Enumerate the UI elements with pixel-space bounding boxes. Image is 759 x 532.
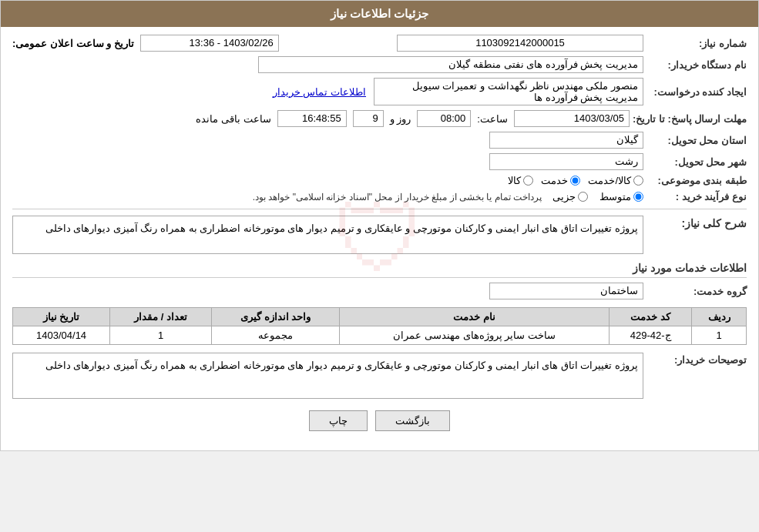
category-kala-khedmat-label: کالا/خدمت — [588, 175, 631, 186]
need-number-label: شماره نیاز: — [646, 38, 747, 49]
created-by-label: ایجاد کننده درخواست: — [646, 86, 747, 98]
service-group-value: ساختمان — [489, 283, 643, 299]
category-kala-khedmat-radio[interactable] — [633, 176, 643, 186]
back-button[interactable]: بازگشت — [375, 410, 450, 431]
day-label: روز و — [390, 113, 411, 125]
process-motavaset-option[interactable]: متوسط — [599, 191, 643, 202]
col-code-header: کد خدمت — [609, 308, 691, 326]
process-note: پرداخت تمام یا بخشی از مبلغ خریدار از مح… — [253, 192, 542, 202]
customer-name-label: نام دستگاه خریدار: — [646, 59, 747, 71]
day-value: 9 — [353, 110, 384, 127]
cell-row: 1 — [692, 326, 747, 345]
category-label: طبقه بندی موضوعی: — [646, 175, 747, 186]
send-date-value: 1403/03/05 — [514, 110, 630, 127]
description-label: شرح کلی نیاز: — [646, 216, 747, 229]
description-value: پروژه تغییرات اتاق های انبار ایمنی و کار… — [12, 216, 643, 254]
button-row: بازگشت چاپ — [12, 410, 747, 431]
col-unit-header: واحد اندازه گیری — [212, 308, 340, 326]
services-section-title: اطلاعات خدمات مورد نیاز — [12, 262, 747, 278]
customer-name-value: مدیریت پخش فرآورده های نفتی منطقه گیلان — [258, 56, 643, 73]
category-kala-option[interactable]: کالا — [508, 175, 533, 186]
province-value: گیلان — [489, 132, 643, 149]
cell-name: ساخت سایر پروژه‌های مهندسی عمران — [340, 326, 610, 345]
province-label: استان محل تحویل: — [646, 135, 747, 146]
city-label: شهر محل تحویل: — [646, 156, 747, 168]
col-row-header: ردیف — [692, 308, 747, 326]
time-label: ساعت: — [477, 113, 508, 125]
send-date-label: مهلت ارسال پاسخ: تا تاریخ: — [633, 113, 747, 125]
category-khedmat-label: خدمت — [541, 175, 568, 186]
table-row: 1ج-42-429ساخت سایر پروژه‌های مهندسی عمرا… — [13, 326, 747, 345]
print-button[interactable]: چاپ — [309, 410, 368, 431]
page-header: جزئیات اطلاعات نیاز — [1, 1, 758, 27]
time-value: 08:00 — [417, 110, 471, 127]
announce-date-label: تاریخ و ساعت اعلان عمومی: — [12, 38, 134, 49]
process-jozvi-label: جزیی — [552, 191, 576, 202]
col-name-header: نام خدمت — [340, 308, 610, 326]
cell-qty: 1 — [110, 326, 212, 345]
category-kala-khedmat-option[interactable]: کالا/خدمت — [588, 175, 643, 186]
contact-link[interactable]: اطلاعات تماس خریدار — [273, 86, 366, 98]
category-radio-group: کالا/خدمت خدمت کالا — [508, 175, 643, 186]
process-jozvi-option[interactable]: جزیی — [552, 191, 588, 202]
process-radio-group: متوسط جزیی — [552, 191, 643, 202]
buyer-desc-value: پروژه تغییرات اتاق های انبار ایمنی و کار… — [12, 353, 643, 399]
cell-unit: مجموعه — [212, 326, 340, 345]
category-khedmat-option[interactable]: خدمت — [541, 175, 580, 186]
services-table-section: ردیف کد خدمت نام خدمت واحد اندازه گیری ت… — [12, 307, 747, 345]
created-by-value: منصور ملکی مهندس ناظر نگهداشت و تعمیرات … — [374, 78, 643, 105]
category-khedmat-radio[interactable] — [570, 176, 580, 186]
announce-date-value: 1403/02/26 - 13:36 — [140, 35, 279, 52]
services-table: ردیف کد خدمت نام خدمت واحد اندازه گیری ت… — [12, 307, 747, 345]
category-kala-label: کالا — [508, 175, 521, 186]
need-number-value: 1103092142000015 — [397, 35, 643, 52]
remaining-value: 16:48:55 — [277, 110, 347, 127]
process-motavaset-label: متوسط — [599, 191, 631, 202]
process-jozvi-radio[interactable] — [578, 192, 588, 202]
category-kala-radio[interactable] — [523, 176, 533, 186]
col-date-header: تاریخ نیاز — [13, 308, 110, 326]
service-group-label: گروه خدمت: — [646, 286, 747, 297]
process-label: نوع فرآیند خرید : — [646, 191, 747, 202]
page-title: جزئیات اطلاعات نیاز — [331, 7, 428, 20]
cell-code: ج-42-429 — [609, 326, 691, 345]
buyer-desc-label: توصیحات خریدار: — [646, 353, 747, 366]
city-value: رشت — [489, 153, 643, 170]
process-motavaset-radio[interactable] — [633, 192, 643, 202]
col-qty-header: تعداد / مقدار — [110, 308, 212, 326]
cell-date: 1403/04/14 — [13, 326, 110, 345]
remaining-label: ساعت باقی مانده — [196, 113, 270, 125]
